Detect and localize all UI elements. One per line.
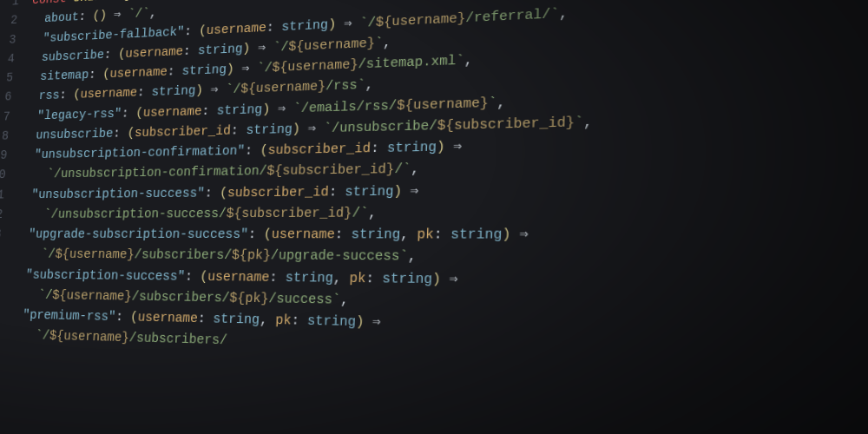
line-number: 11 [0, 185, 18, 205]
token-def: URLS [73, 0, 102, 5]
token-tpl: /subscribers/ [131, 289, 230, 306]
token-pun: , [583, 114, 593, 130]
token-pun: ⇒ [453, 139, 462, 155]
line-number: 4 [0, 49, 29, 69]
token-ty: string [382, 271, 432, 287]
token-tpl: `/unsubscription-success/ [43, 206, 227, 221]
token-prop: sitemap [40, 68, 89, 84]
indent [16, 207, 44, 222]
token-pun: , [368, 205, 377, 220]
token-tpl: `/ [273, 40, 289, 56]
token-ti: ${ [397, 97, 414, 113]
token-str: "legacy-rss" [36, 106, 122, 122]
token-pun: : [122, 106, 137, 121]
token-tpl: `/ [35, 328, 50, 344]
token-ti: ${ [272, 60, 288, 76]
code-content[interactable]: "upgrade-subscription-success": (usernam… [14, 224, 529, 247]
token-pun: , [365, 77, 373, 93]
token-pun: , [332, 270, 349, 286]
token-pun: : [197, 311, 214, 326]
code-content[interactable]: `/${username}/subscribers/ [7, 326, 228, 352]
token-id: username [206, 20, 266, 37]
token-pun: : [59, 88, 74, 102]
token-ty: string [306, 313, 356, 331]
token-pun: : [167, 64, 182, 80]
token-prop: unsubscribe [36, 127, 114, 143]
token-ti: pk [247, 248, 263, 264]
token-ty: string [351, 227, 400, 242]
token-ty: string [181, 62, 227, 79]
token-ti: username [304, 36, 367, 54]
token-tpl: `/ [359, 15, 376, 30]
token-tpl: `/ [225, 82, 240, 98]
token-prop: rss [38, 89, 60, 103]
token-pun: , [260, 312, 276, 329]
token-ty: string [345, 183, 394, 200]
token-tpl: /rss` [326, 78, 366, 95]
token-str: "premium-rss" [23, 308, 116, 326]
token-tpl: /` [352, 205, 368, 220]
token-ti: ${ [232, 248, 248, 264]
token-ty: string [198, 42, 243, 58]
token-ti: subscriber_id [454, 115, 566, 133]
token-pun: ⇒ [449, 271, 457, 287]
token-id: username [271, 227, 335, 242]
token-ti: ${ [49, 329, 64, 345]
token-ti: ${ [288, 39, 305, 55]
token-ti: pk [245, 291, 261, 306]
token-id: username [80, 86, 138, 102]
token-pun: : [335, 227, 352, 242]
token-ti: ${ [437, 118, 454, 135]
token-pun: : [328, 184, 345, 200]
line-number: 6 [0, 87, 26, 108]
code-content[interactable]: `/unsubscription-success/${subscriber_id… [16, 202, 377, 225]
token-pun: ⇒ [410, 183, 418, 199]
token-pun: ⇒ [372, 314, 381, 331]
token-id: username [137, 310, 198, 326]
token-tpl: /upgrade-success` [270, 248, 408, 265]
line-number: 8 [0, 126, 23, 146]
token-str: "upgrade-subscription-success" [28, 227, 248, 243]
token-ti: username [391, 10, 457, 29]
token-ti: ${ [240, 82, 256, 97]
token-pun: , [411, 161, 419, 177]
code-content[interactable]: "unsubscription-success": (subscriber_id… [17, 181, 419, 205]
indent [22, 128, 36, 143]
line-number: 13 [0, 225, 16, 245]
token-ti: ${ [226, 206, 242, 221]
token-id: username [125, 44, 184, 62]
indent [28, 50, 43, 65]
line-number: 7 [0, 107, 24, 127]
token-pun: , [149, 6, 157, 21]
token-id: pk [275, 312, 292, 329]
indent [10, 287, 38, 303]
token-ti: username [413, 95, 480, 113]
indent [23, 108, 38, 123]
token-kw: const [32, 0, 74, 8]
token-pun: : [433, 227, 450, 243]
indent [20, 148, 35, 162]
line-number: 10 [0, 165, 20, 185]
token-pun: : [184, 23, 200, 39]
token-pun: : [266, 19, 281, 35]
token-ti: subscriber_id [241, 206, 345, 221]
token-id: subscriber_id [135, 123, 232, 141]
token-tpl: `/emails/rss/ [293, 98, 397, 116]
token-pun: : [291, 313, 307, 330]
token-prop: about [44, 10, 80, 26]
code-editor[interactable]: 1const URLS = {2 about: () ⇒ `/`,3 "subs… [0, 0, 868, 378]
token-ti: username [255, 80, 318, 97]
token-id: subscriber_id [267, 141, 371, 158]
token-pun: ⇒ [519, 227, 529, 243]
token-ti: subscriber_id [282, 162, 386, 180]
token-pun: , [383, 35, 391, 50]
token-ty: string [151, 83, 196, 100]
token-pun: : [269, 270, 286, 286]
token-pun: , [559, 5, 568, 22]
token-ti: ${ [52, 288, 68, 303]
token-tpl: /referral/` [465, 6, 559, 26]
token-ti: ${ [229, 291, 246, 306]
token-ty: string [213, 312, 260, 328]
indent [15, 227, 30, 242]
token-ty: string [246, 122, 293, 138]
